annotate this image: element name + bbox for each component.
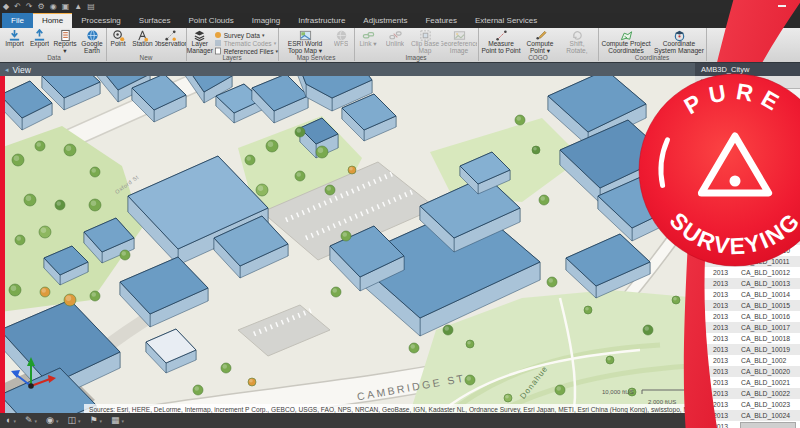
computepoint-icon <box>534 29 547 41</box>
cell-building-id: CA_BLD_10024 <box>741 412 790 419</box>
shift-rotate-scale-button[interactable]: Shift, Rotate, Scale <box>558 29 596 55</box>
scale-label-1: 10,000 ftUS <box>602 389 634 395</box>
survey-data-button[interactable]: Survey Data▾ <box>214 31 278 39</box>
tab-adjustments[interactable]: Adjustments <box>354 13 416 28</box>
snapshot-icon[interactable]: ◉▾ <box>46 413 58 428</box>
export-button[interactable]: Export <box>27 29 52 48</box>
wfs-icon <box>335 29 348 41</box>
esri-world-topo-map-button[interactable]: ESRI World Topo Map ▾ <box>280 29 330 55</box>
ribbon-group-map-services: ESRI World Topo Map ▾WFSMap Services <box>278 28 355 61</box>
tab-imaging[interactable]: Imaging <box>243 13 289 28</box>
coordsys-icon <box>673 29 686 41</box>
station-button[interactable]: Station <box>130 29 155 48</box>
observation-button[interactable]: Observation <box>155 29 186 48</box>
georef-icon <box>453 29 466 41</box>
layers-icon <box>193 29 206 41</box>
import-button[interactable]: Import <box>2 29 27 48</box>
globe-icon <box>86 29 99 41</box>
horizontal-scrollbar[interactable] <box>740 422 796 428</box>
red-edge-strip <box>0 76 5 413</box>
tab-infrastructure[interactable]: Infrastructure <box>289 13 354 28</box>
group-label: COGO <box>478 54 598 61</box>
coordinate-system-manager-button[interactable]: Coordinate System Manager <box>653 29 705 55</box>
group-label: Map Services <box>278 54 354 61</box>
view-mode-icon[interactable]: ◐▾ <box>6 413 16 428</box>
point-button[interactable]: Point <box>106 29 130 48</box>
redo-icon[interactable]: ↷ <box>26 1 33 12</box>
cell-year: 2013 <box>713 390 739 397</box>
table-row[interactable]: 2013CA_BLD_10018 <box>695 333 800 344</box>
cell-year: 2013 <box>713 401 739 408</box>
cell-building-id: CA_BLD_10016 <box>741 313 790 320</box>
box-mode-icon[interactable]: ◫▾ <box>67 413 80 428</box>
measure-icon <box>495 29 508 41</box>
cell-building-id: CA_BLD_10022 <box>741 390 790 397</box>
table-row[interactable]: 2013CA_BLD_10016 <box>695 311 800 322</box>
table-row[interactable]: 2013CA_BLD_10023 <box>695 399 800 410</box>
table-row[interactable]: 2013CA_BLD_10020 <box>695 366 800 377</box>
undo-icon[interactable]: ↶ <box>14 1 21 12</box>
cell-building-id: CA_BLD_10021 <box>741 379 790 386</box>
google-earth-button[interactable]: Google Earth <box>78 29 106 55</box>
group-label: New <box>106 54 186 61</box>
thematic-codes-button[interactable]: Thematic Codes▾ <box>214 39 278 47</box>
clip-base-map-button[interactable]: Clip Base Map <box>409 29 441 55</box>
quick-access-toolbar: ◆↶↷⚙◉▣▲▤ <box>3 1 95 12</box>
view-bar-label: View <box>13 65 31 75</box>
measure-point-to-point-button[interactable]: Measure Point to Point <box>480 29 522 55</box>
unlink-button[interactable]: Unlink <box>381 29 409 48</box>
pure-surveying-stamp: PURE SURVEYING <box>628 60 800 280</box>
tab-file[interactable]: File <box>2 13 33 28</box>
cell-year: 2013 <box>713 280 739 287</box>
cell-year: 2013 <box>713 368 739 375</box>
table-row[interactable]: 2013CA_BLD_10024 <box>695 410 800 421</box>
tab-features[interactable]: Features <box>416 13 466 28</box>
gear-icon[interactable]: ⚙ <box>38 1 45 12</box>
table-row[interactable]: 2013CA_BLD_10021 <box>695 377 800 388</box>
cell-building-id: CA_BLD_10017 <box>741 324 790 331</box>
export-icon <box>33 29 46 41</box>
minimize-button[interactable] <box>778 5 786 7</box>
tab-point-clouds[interactable]: Point Clouds <box>179 13 242 28</box>
table-row[interactable]: 2013CA_BLD_10015 <box>695 300 800 311</box>
table-row[interactable]: 2013CA_BLD_10019 <box>695 344 800 355</box>
link-button[interactable]: Link ▾ <box>355 29 381 48</box>
grid-icon[interactable]: ▦▾ <box>111 413 124 428</box>
compute-project-coordinates-button[interactable]: Compute Project Coordinates <box>599 29 653 55</box>
projcoords-icon <box>620 29 633 41</box>
tool-icon[interactable]: ▲ <box>74 1 82 12</box>
ribbon: ImportExportReports ▾Google EarthDataPoi… <box>0 28 800 63</box>
clip-icon <box>419 29 432 41</box>
tab-home[interactable]: Home <box>33 13 72 28</box>
view-bar[interactable]: ◂ View <box>0 62 695 76</box>
cell-building-id: CA_BLD_10014 <box>741 291 790 298</box>
record-icon[interactable]: ◉ <box>50 1 57 12</box>
draw-icon[interactable]: ✎▾ <box>25 413 37 428</box>
ribbon-group-data: ImportExportReports ▾Google EarthData <box>2 28 107 61</box>
thematic-icon <box>214 39 222 48</box>
link-icon <box>362 29 375 41</box>
table-row[interactable]: 2013CA_BLD_1002 <box>695 355 800 366</box>
monitor-icon[interactable]: ▣ <box>62 1 70 12</box>
table-row[interactable]: 2013CA_BLD_10017 <box>695 322 800 333</box>
georeference-image-button[interactable]: Georeference Image <box>441 29 477 55</box>
tab-surfaces[interactable]: Surfaces <box>130 13 180 28</box>
compute-point-button[interactable]: Compute Point ▾ <box>522 29 558 55</box>
wfs-button[interactable]: WFS <box>330 29 352 48</box>
grid-window-icon[interactable]: ▤ <box>87 1 95 12</box>
flag-icon[interactable]: ⚑▾ <box>89 413 102 428</box>
table-row[interactable]: 2013CA_BLD_10022 <box>695 388 800 399</box>
cell-year: 2013 <box>713 357 739 364</box>
tab-processing[interactable]: Processing <box>72 13 130 28</box>
reports-button[interactable]: Reports ▾ <box>52 29 78 55</box>
shiftrotate-icon <box>571 29 584 41</box>
stamp-dot <box>730 176 741 187</box>
cell-year: 2013 <box>713 379 739 386</box>
layer-manager-button[interactable]: Layer Manager <box>186 29 214 55</box>
cell-year: 2013 <box>713 423 739 428</box>
cell-building-id: CA_BLD_1002 <box>741 357 786 364</box>
table-row[interactable]: 2013CA_BLD_10014 <box>695 289 800 300</box>
import-icon <box>8 29 21 41</box>
app-icon[interactable]: ◆ <box>3 1 9 12</box>
tab-external-services[interactable]: External Services <box>466 13 546 28</box>
